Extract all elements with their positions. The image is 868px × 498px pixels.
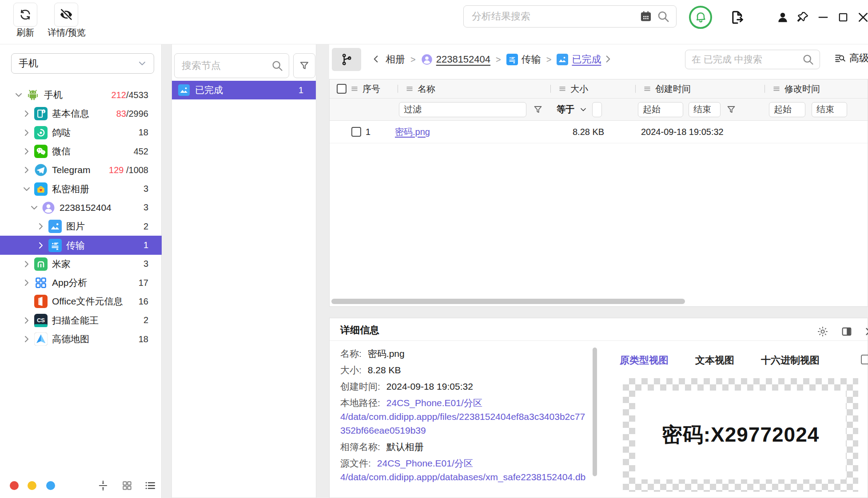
chevron-right-icon[interactable]: [21, 127, 32, 138]
table-row[interactable]: 1 密码.png 8.28 KB 2024-09-18 19:05:32: [330, 120, 868, 143]
select-all-checkbox[interactable]: [337, 84, 346, 94]
chevron-right-icon[interactable]: [21, 334, 32, 344]
tree-item[interactable]: 图片 2: [0, 217, 162, 236]
search-icon[interactable]: [802, 53, 814, 66]
advanced-search-button[interactable]: 高级: [834, 51, 868, 65]
tree-item[interactable]: 手机 212/4533: [0, 86, 162, 104]
blue-dot[interactable]: [46, 481, 55, 490]
breadcrumb-item[interactable]: 传输: [506, 53, 541, 66]
modified-start-input[interactable]: [769, 102, 805, 117]
horizontal-scrollbar[interactable]: [331, 299, 685, 304]
file-name-link[interactable]: 密码.png: [395, 126, 430, 138]
chevron-right-icon[interactable]: [21, 108, 32, 119]
collapse-panel-icon[interactable]: [862, 325, 868, 338]
no-chevron-spacer[interactable]: [21, 296, 32, 307]
tree-item[interactable]: Office文件元信息 16: [0, 292, 162, 311]
list-view-button[interactable]: [142, 478, 158, 494]
chevron-right-icon[interactable]: [21, 165, 32, 175]
scoped-search-input[interactable]: [692, 54, 802, 65]
detail-preview-button[interactable]: [54, 3, 78, 27]
panel-split-icon[interactable]: [840, 325, 853, 338]
node-search-box[interactable]: [174, 53, 289, 78]
tree-item[interactable]: CS 扫描全能王 2: [0, 311, 162, 330]
column-menu-icon[interactable]: [350, 85, 358, 93]
chevron-down-icon[interactable]: [21, 184, 32, 194]
tree-item[interactable]: 基本信息 83/2996: [0, 104, 162, 123]
chevron-right-icon[interactable]: [36, 240, 46, 251]
file-size: 8.28 KB: [573, 127, 604, 137]
funnel-icon[interactable]: [533, 104, 543, 115]
header-size[interactable]: 大小: [543, 79, 628, 98]
node-filter-button[interactable]: [293, 53, 315, 78]
chevron-down-icon[interactable]: [13, 90, 24, 100]
export-button[interactable]: [729, 9, 745, 26]
calendar-icon[interactable]: [640, 10, 652, 23]
header-index[interactable]: 序号: [330, 79, 390, 98]
modified-end-input[interactable]: [812, 102, 847, 117]
tree-item[interactable]: App分析 17: [0, 273, 162, 292]
tree-item-selected[interactable]: 传输 1: [0, 236, 162, 254]
preview-tab[interactable]: 原类型视图: [620, 354, 669, 367]
search-icon[interactable]: [271, 59, 283, 72]
tree-item[interactable]: 鸽哒 18: [0, 123, 162, 142]
node-item-completed[interactable]: 已完成 1: [172, 81, 316, 99]
chevron-down-icon[interactable]: [579, 105, 588, 114]
tree-item[interactable]: 2238152404 3: [0, 198, 162, 217]
column-menu-icon[interactable]: [406, 85, 414, 93]
name-filter-input[interactable]: [399, 102, 526, 117]
red-dot[interactable]: [10, 481, 19, 490]
size-operator-select[interactable]: 等于: [557, 103, 574, 115]
refresh-icon: [19, 8, 32, 21]
preview-more-icon[interactable]: [861, 355, 868, 364]
header-created[interactable]: 创建时间: [628, 79, 757, 98]
tree-item[interactable]: 微信 452: [0, 142, 162, 161]
row-checkbox[interactable]: [351, 127, 361, 137]
scoped-search-box[interactable]: [685, 50, 820, 69]
column-menu-icon[interactable]: [643, 85, 651, 93]
header-modified[interactable]: 修改时间: [757, 79, 868, 98]
column-menu-icon[interactable]: [558, 85, 566, 93]
search-icon[interactable]: [657, 10, 670, 23]
breadcrumb-item[interactable]: 已完成: [557, 53, 601, 66]
file-path-link[interactable]: 24CS_Phone.E01/分区4/data/com.didipp.appp/…: [340, 458, 585, 482]
preview-tab[interactable]: 文本视图: [695, 354, 734, 367]
grid-view-button[interactable]: [119, 478, 135, 494]
preview-tab[interactable]: 十六进制视图: [761, 354, 820, 367]
breadcrumb-item[interactable]: 2238152404: [421, 54, 490, 65]
column-menu-icon[interactable]: [772, 85, 780, 93]
notification-button[interactable]: [689, 6, 712, 29]
chevron-right-icon[interactable]: [36, 221, 46, 232]
breadcrumb-back-icon[interactable]: [370, 53, 382, 65]
global-search-box[interactable]: [463, 5, 677, 28]
breadcrumb-item[interactable]: 相册: [386, 53, 405, 66]
tree-item[interactable]: 高德地图 18: [0, 330, 162, 348]
chevron-down-icon[interactable]: [29, 202, 40, 213]
maximize-button[interactable]: [835, 9, 852, 26]
device-select[interactable]: 手机: [11, 53, 154, 74]
created-start-input[interactable]: [638, 102, 683, 117]
account-button[interactable]: [774, 9, 791, 26]
minimize-button[interactable]: [815, 9, 832, 26]
tree-item[interactable]: 私密相册 3: [0, 179, 162, 198]
yellow-dot[interactable]: [28, 481, 36, 490]
tree-item[interactable]: Telegram 129 /1008: [0, 161, 162, 179]
close-button[interactable]: [855, 9, 868, 26]
header-name[interactable]: 名称: [390, 79, 543, 98]
node-search-input[interactable]: [182, 60, 271, 71]
global-search-input[interactable]: [472, 11, 635, 22]
vertical-scrollbar[interactable]: [593, 348, 597, 476]
tree-item[interactable]: 米家 3: [0, 255, 162, 273]
chevron-right-icon[interactable]: [21, 259, 32, 269]
chevron-right-icon[interactable]: [21, 146, 32, 157]
gear-icon[interactable]: [816, 325, 829, 338]
pin-button[interactable]: [794, 9, 811, 26]
funnel-icon[interactable]: [726, 104, 737, 115]
tree-view-toggle-button[interactable]: [332, 48, 361, 71]
chevron-right-icon[interactable]: [21, 277, 32, 288]
created-end-input[interactable]: [689, 102, 721, 117]
collapse-all-button[interactable]: [95, 478, 111, 494]
size-filter-input[interactable]: [592, 102, 602, 117]
refresh-button[interactable]: [13, 3, 37, 27]
breadcrumb-forward-icon[interactable]: [602, 53, 614, 65]
chevron-right-icon[interactable]: [21, 315, 32, 326]
